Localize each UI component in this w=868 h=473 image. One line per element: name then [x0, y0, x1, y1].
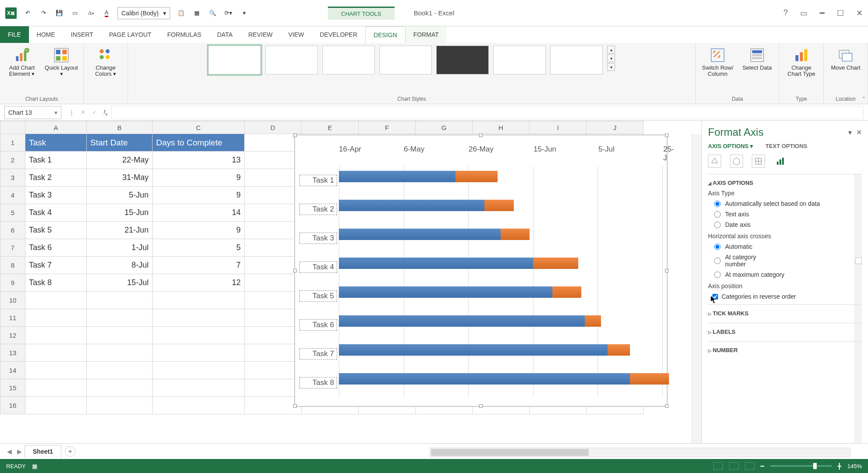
- tab-data[interactable]: DATA: [209, 26, 240, 43]
- cell[interactable]: [87, 327, 153, 344]
- column-header[interactable]: H: [473, 121, 530, 134]
- section-axis-options[interactable]: AXIS OPTIONS: [708, 180, 862, 186]
- category-axis-label[interactable]: Task 3: [299, 233, 337, 244]
- tab-review[interactable]: REVIEW: [240, 26, 280, 43]
- print-preview-icon[interactable]: ▭: [70, 8, 80, 18]
- category-axis-label[interactable]: Task 8: [299, 377, 337, 388]
- category-axis-label[interactable]: Task 1: [299, 175, 337, 186]
- quick-layout-button[interactable]: Quick Layout ▾: [44, 46, 79, 78]
- row-header[interactable]: 10: [0, 292, 25, 309]
- tab-format[interactable]: FORMAT: [406, 26, 447, 43]
- bar-start[interactable]: [339, 315, 585, 327]
- zoom-in-icon[interactable]: ╋: [838, 463, 841, 469]
- move-chart-button[interactable]: Move Chart: [828, 46, 863, 71]
- cell[interactable]: 5: [153, 239, 245, 257]
- cell[interactable]: [153, 379, 245, 397]
- section-number[interactable]: NUMBER: [708, 347, 862, 353]
- cell[interactable]: 22-May: [87, 152, 153, 169]
- pane-options-icon[interactable]: ▾: [848, 128, 852, 137]
- redo-icon[interactable]: ↷: [39, 8, 48, 18]
- cell[interactable]: [87, 292, 153, 309]
- switch-row-column-button[interactable]: Switch Row/ Column: [700, 46, 735, 78]
- column-header[interactable]: C: [153, 121, 245, 134]
- cell[interactable]: Task 1: [25, 152, 87, 169]
- cell[interactable]: [25, 309, 87, 327]
- zoom-icon[interactable]: 🔍: [208, 8, 217, 18]
- cell[interactable]: 9: [153, 169, 245, 187]
- add-sheet-button[interactable]: ＋: [65, 446, 75, 457]
- cell[interactable]: [25, 379, 87, 397]
- cell[interactable]: [245, 327, 302, 344]
- new-sheet-icon[interactable]: ▦: [192, 8, 202, 18]
- category-number-input[interactable]: [855, 258, 862, 264]
- chart-style-1[interactable]: [208, 46, 261, 74]
- font-size-icon[interactable]: A▴: [86, 8, 96, 18]
- close-icon[interactable]: ✕: [856, 8, 863, 18]
- normal-view-icon[interactable]: [713, 462, 723, 470]
- cell[interactable]: [25, 327, 87, 344]
- cell[interactable]: 31-May: [87, 169, 153, 187]
- section-labels[interactable]: LABELS: [708, 328, 862, 335]
- cell[interactable]: [245, 344, 302, 362]
- help-icon[interactable]: ?: [783, 8, 788, 18]
- bar-start[interactable]: [339, 171, 455, 182]
- bar-start[interactable]: [339, 229, 501, 240]
- row-header[interactable]: 1: [0, 134, 25, 152]
- tab-insert[interactable]: INSERT: [63, 26, 101, 43]
- bar-start[interactable]: [339, 258, 533, 269]
- cell[interactable]: [153, 397, 245, 414]
- bar-start[interactable]: [339, 286, 552, 298]
- enter-formula-icon[interactable]: ✓: [89, 109, 100, 116]
- row-header[interactable]: 7: [0, 239, 25, 257]
- radio-text-axis[interactable]: Text axis: [708, 209, 862, 219]
- cell[interactable]: [153, 362, 245, 379]
- tab-developer[interactable]: DEVELOPER: [312, 26, 365, 43]
- cell[interactable]: Days to Complete: [153, 134, 245, 152]
- cell[interactable]: Task 7: [25, 257, 87, 274]
- cell[interactable]: Task 6: [25, 239, 87, 257]
- cell[interactable]: [25, 362, 87, 379]
- change-chart-type-button[interactable]: Change Chart Type: [784, 46, 819, 78]
- column-header[interactable]: B: [87, 121, 153, 134]
- chart-style-6[interactable]: [493, 46, 546, 74]
- checkbox-reverse-order[interactable]: Categories in reverse order: [708, 291, 862, 302]
- cell[interactable]: [245, 274, 302, 292]
- row-header[interactable]: 15: [0, 379, 25, 397]
- category-axis-label[interactable]: Task 7: [299, 348, 337, 360]
- cell[interactable]: Task: [25, 134, 87, 152]
- cell[interactable]: [245, 292, 302, 309]
- bar-duration[interactable]: [455, 171, 498, 182]
- row-header[interactable]: 12: [0, 327, 25, 344]
- cell[interactable]: 15-Jun: [87, 204, 153, 222]
- cell[interactable]: [87, 397, 153, 414]
- sheet-nav-next[interactable]: ▶: [14, 448, 25, 455]
- cell[interactable]: [245, 379, 302, 397]
- pane-tab-axis-options[interactable]: AXIS OPTIONS: [708, 143, 753, 149]
- horizontal-scrollbar[interactable]: [430, 448, 850, 457]
- column-header[interactable]: E: [302, 121, 359, 134]
- page-break-view-icon[interactable]: [745, 462, 754, 470]
- chart-style-3[interactable]: [322, 46, 375, 74]
- radio-crosses-at-max[interactable]: At maximum category: [708, 269, 862, 280]
- radio-auto-select[interactable]: Automatically select based on data: [708, 198, 862, 209]
- tab-home[interactable]: HOME: [29, 26, 63, 43]
- column-header[interactable]: J: [587, 121, 644, 134]
- row-header[interactable]: 13: [0, 344, 25, 362]
- font-selector[interactable]: Calibri (Body)▾: [117, 7, 170, 19]
- sheet-tab-sheet1[interactable]: Sheet1: [25, 445, 61, 458]
- cell[interactable]: Task 8: [25, 274, 87, 292]
- cell[interactable]: [245, 309, 302, 327]
- tab-design[interactable]: DESIGN: [365, 26, 406, 43]
- size-properties-icon[interactable]: [752, 155, 765, 168]
- cell[interactable]: [153, 344, 245, 362]
- cell[interactable]: [245, 204, 302, 222]
- chart-style-scroll[interactable]: ▴▾▾: [607, 46, 615, 71]
- row-header[interactable]: 6: [0, 222, 25, 239]
- zoom-slider[interactable]: [770, 465, 832, 467]
- tab-formulas[interactable]: FORMULAS: [159, 26, 209, 43]
- paste-icon[interactable]: 📋: [176, 8, 186, 18]
- cell[interactable]: [153, 327, 245, 344]
- cell[interactable]: 12: [153, 274, 245, 292]
- page-layout-view-icon[interactable]: [729, 462, 739, 470]
- save-icon[interactable]: 💾: [54, 8, 64, 18]
